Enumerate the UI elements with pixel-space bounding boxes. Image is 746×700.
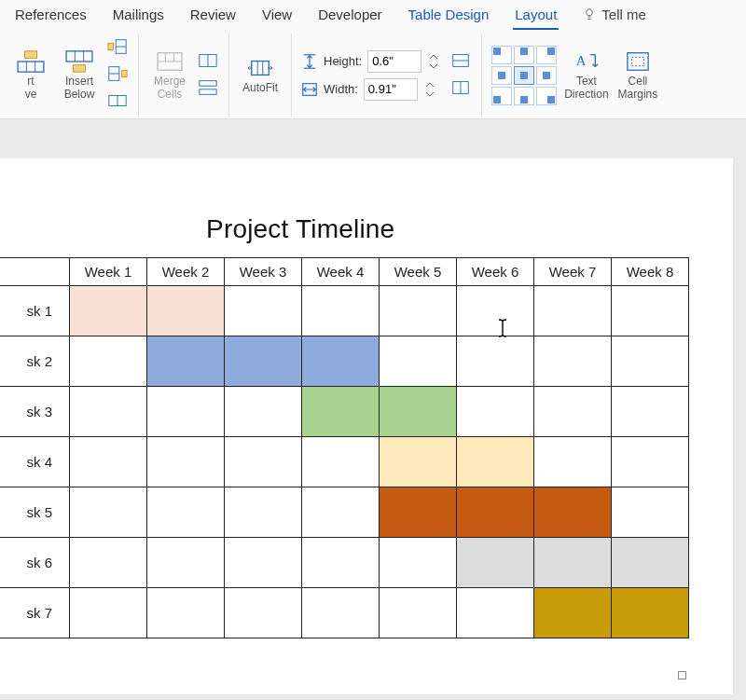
cell[interactable] — [380, 286, 457, 336]
cell[interactable] — [612, 387, 689, 437]
cell[interactable] — [147, 387, 225, 437]
cell[interactable] — [534, 588, 612, 638]
col-header-3[interactable]: Week 3 — [225, 258, 302, 286]
cell[interactable] — [147, 437, 225, 487]
cell[interactable] — [302, 437, 380, 487]
cell[interactable] — [534, 286, 612, 336]
cell[interactable] — [380, 538, 457, 588]
distribute-rows-button[interactable] — [449, 50, 472, 74]
split-table-button[interactable] — [197, 77, 219, 101]
cell[interactable] — [147, 336, 225, 387]
col-header-4[interactable]: Week 4 — [302, 258, 380, 286]
align-bottom-center[interactable] — [514, 87, 534, 105]
row-header[interactable]: sk 4 — [0, 437, 70, 487]
insert-right-button[interactable] — [106, 63, 129, 87]
col-header-2[interactable]: Week 2 — [147, 258, 225, 286]
tab-layout[interactable]: Layout — [513, 5, 559, 30]
insert-cells-button[interactable] — [106, 90, 129, 114]
tab-review[interactable]: Review — [188, 5, 238, 30]
cell[interactable] — [380, 487, 457, 538]
width-input[interactable] — [364, 78, 418, 101]
cell[interactable] — [302, 538, 380, 588]
cell-margins-button[interactable]: Cell Margins — [616, 48, 660, 102]
cell[interactable] — [225, 588, 302, 638]
tab-mailings[interactable]: Mailings — [111, 5, 166, 30]
align-bottom-left[interactable] — [491, 87, 512, 105]
autofit-button[interactable]: AutoFit — [239, 54, 282, 96]
split-cells-button[interactable] — [197, 50, 219, 74]
col-header-6[interactable]: Week 6 — [457, 258, 534, 286]
cell[interactable] — [380, 588, 457, 638]
cell[interactable] — [225, 336, 302, 387]
merge-cells-button[interactable]: Merge Cells — [148, 48, 191, 102]
align-top-right[interactable] — [536, 46, 557, 64]
cell[interactable] — [457, 487, 534, 538]
tab-view[interactable]: View — [260, 5, 294, 30]
row-header[interactable]: sk 7 — [0, 588, 70, 638]
cell[interactable] — [380, 437, 457, 487]
cell[interactable] — [70, 286, 147, 336]
align-center-center[interactable] — [514, 66, 534, 85]
cell[interactable] — [147, 286, 225, 336]
cell[interactable] — [612, 437, 689, 487]
cell[interactable] — [225, 487, 302, 538]
cell[interactable] — [380, 387, 457, 437]
table-resize-handle[interactable] — [678, 671, 686, 679]
cell[interactable] — [612, 286, 689, 336]
cell[interactable] — [612, 588, 689, 638]
text-direction-button[interactable]: A Text Direction — [562, 48, 610, 102]
tab-developer[interactable]: Developer — [316, 5, 383, 30]
height-input[interactable] — [367, 50, 421, 73]
cell[interactable] — [302, 588, 380, 638]
align-bottom-right[interactable] — [536, 87, 557, 105]
document-page[interactable]: Project Timeline Week 1Week 2Week 3Week … — [0, 158, 733, 694]
align-center-right[interactable] — [536, 66, 557, 85]
cell[interactable] — [534, 437, 612, 487]
insert-left-button[interactable] — [106, 36, 129, 60]
col-header-8[interactable]: Week 8 — [612, 258, 689, 286]
cell[interactable] — [612, 538, 689, 588]
gantt-table[interactable]: Week 1Week 2Week 3Week 4Week 5Week 6Week… — [0, 257, 689, 638]
cell[interactable] — [457, 538, 534, 588]
cell[interactable] — [147, 487, 225, 538]
cell[interactable] — [612, 487, 689, 538]
row-header[interactable]: sk 6 — [0, 538, 70, 588]
cell[interactable] — [302, 387, 380, 437]
cell[interactable] — [380, 336, 457, 387]
cell[interactable] — [70, 538, 147, 588]
cell[interactable] — [612, 336, 689, 387]
cell[interactable] — [70, 336, 147, 387]
distribute-cols-button[interactable] — [449, 77, 472, 101]
cell[interactable] — [302, 487, 380, 538]
insert-above-button[interactable]: rt ve — [9, 48, 52, 102]
cell[interactable] — [70, 487, 147, 538]
cell[interactable] — [302, 286, 380, 336]
cell[interactable] — [225, 437, 302, 487]
tab-table-design[interactable]: Table Design — [407, 5, 491, 30]
page-title[interactable]: Project Timeline — [206, 214, 733, 244]
height-spinner[interactable] — [427, 52, 440, 71]
tab-references[interactable]: References — [13, 5, 89, 30]
cell[interactable] — [147, 538, 225, 588]
align-top-center[interactable] — [514, 46, 534, 64]
cell[interactable] — [225, 286, 302, 336]
cell[interactable] — [534, 538, 612, 588]
row-header[interactable]: sk 1 — [0, 286, 70, 336]
cell[interactable] — [70, 437, 147, 487]
cell[interactable] — [534, 387, 612, 437]
cell[interactable] — [534, 487, 612, 538]
cell[interactable] — [302, 336, 380, 387]
cell[interactable] — [457, 437, 534, 487]
cell[interactable] — [147, 588, 225, 638]
cell[interactable] — [457, 588, 534, 638]
width-spinner[interactable] — [423, 80, 436, 99]
cell[interactable] — [70, 387, 147, 437]
col-header-1[interactable]: Week 1 — [70, 258, 147, 286]
col-header-7[interactable]: Week 7 — [534, 258, 612, 286]
row-header[interactable]: sk 5 — [0, 487, 70, 538]
cell[interactable] — [225, 387, 302, 437]
cell[interactable] — [225, 538, 302, 588]
cell[interactable] — [534, 336, 612, 387]
insert-below-button[interactable]: Insert Below — [58, 48, 101, 102]
cell[interactable] — [457, 387, 534, 437]
